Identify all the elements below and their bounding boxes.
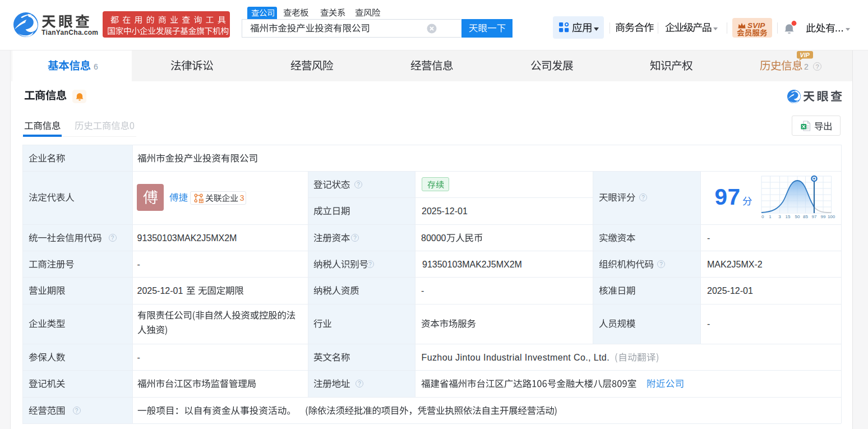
svg-text:3: 3 [778,214,781,219]
svg-text:99: 99 [821,214,826,219]
svg-text:97: 97 [811,214,816,219]
svg-text:85: 85 [803,214,808,219]
svg-text:15: 15 [786,214,791,219]
svg-text:1: 1 [769,214,772,219]
svg-text:100: 100 [828,214,835,219]
svg-text:50: 50 [795,214,800,219]
svg-text:0: 0 [761,214,764,219]
